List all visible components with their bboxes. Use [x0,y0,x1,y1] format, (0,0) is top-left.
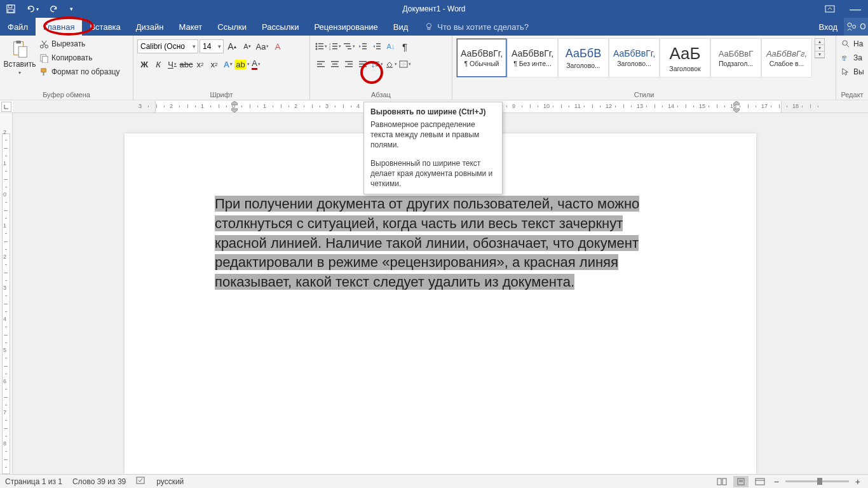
align-left-button[interactable] [314,57,328,71]
clear-formatting-button[interactable]: A [271,39,285,53]
zoom-slider[interactable] [785,480,849,482]
status-language[interactable]: русский [156,477,184,486]
tab-references[interactable]: Ссылки [210,18,254,36]
replace-button[interactable]: abЗа [840,51,864,65]
ribbon-display-button[interactable] [817,1,843,17]
style-item-3[interactable]: АаБбВвГг,Заголово... [609,38,660,78]
ribbon-group-styles: АаБбВвГг,¶ ОбычныйАаБбВвГг,¶ Без инте...… [452,36,836,100]
justify-button[interactable] [356,57,370,71]
sort-button[interactable]: A↓ [384,39,398,53]
minimize-button[interactable]: — [843,1,868,17]
document-text[interactable]: При получении документа от других пользо… [215,194,666,292]
svg-rect-2 [8,10,14,12]
strikethrough-button[interactable]: abc [179,57,193,71]
tab-home[interactable]: Главная [36,18,82,36]
svg-rect-50 [376,62,379,62]
numbering-button[interactable]: 123 [328,39,342,53]
sign-in-link[interactable]: Вход [813,18,844,36]
status-words[interactable]: Слово 39 из 39 [72,477,126,486]
highlight-button[interactable]: ab [235,57,249,71]
subscript-button[interactable]: x2 [193,57,207,71]
status-proofing-icon[interactable] [136,476,146,487]
tab-view[interactable]: Вид [386,18,416,36]
select-button[interactable]: Вы [840,65,865,79]
print-layout-button[interactable] [733,476,749,487]
format-painter-button[interactable]: Формат по образцу [38,65,121,79]
grow-font-button[interactable]: A▴ [225,39,239,53]
tab-layout[interactable]: Макет [171,18,210,36]
copy-icon [39,53,49,63]
tab-insert[interactable]: Вставка [82,18,128,36]
svg-rect-29 [344,43,350,44]
web-layout-button[interactable] [752,476,768,487]
status-page[interactable]: Страница 1 из 1 [5,477,62,486]
show-marks-button[interactable]: ¶ [398,39,412,53]
search-icon [841,39,851,49]
svg-point-17 [315,43,317,45]
increase-indent-button[interactable] [370,39,384,53]
paste-icon [10,39,29,58]
ribbon-tabs: Файл Главная Вставка Дизайн Макет Ссылки… [0,18,868,36]
tab-selector[interactable] [1,102,11,112]
font-color-button[interactable]: A [249,57,263,71]
copy-button[interactable]: Копировать [38,51,121,65]
bullets-button[interactable] [314,39,328,53]
editing-group-label: Редакт [840,90,864,100]
svg-rect-18 [318,43,323,44]
shading-button[interactable] [384,57,398,71]
zoom-in-button[interactable]: + [853,477,863,487]
style-item-0[interactable]: АаБбВвГг,¶ Обычный [456,38,507,78]
text-effects-button[interactable]: A [221,57,235,71]
shrink-font-button[interactable]: A▾ [240,39,254,53]
style-item-4[interactable]: АаБЗаголовок [660,38,710,78]
svg-rect-44 [345,61,353,62]
replace-icon: ab [841,53,851,63]
style-item-5[interactable]: АаБбВвГПодзагол... [710,38,761,78]
cut-button[interactable]: Вырезать [38,37,121,51]
bold-button[interactable]: Ж [137,57,151,71]
lightbulb-icon [424,22,433,31]
italic-button[interactable]: К [151,57,165,71]
redo-button[interactable] [43,1,65,17]
tab-file[interactable]: Файл [0,18,36,36]
vertical-ruler[interactable]: 21012345678 [0,113,13,474]
align-center-button[interactable] [328,57,342,71]
multilevel-list-button[interactable] [342,39,356,53]
style-item-2[interactable]: АаБбВЗаголово... [558,38,609,78]
svg-point-21 [315,48,317,50]
font-size-select[interactable]: 14 [200,39,224,53]
undo-button[interactable]: ▾ [22,1,43,17]
svg-rect-39 [317,64,322,65]
tab-mailings[interactable]: Рассылки [254,18,306,36]
tell-me-search[interactable]: Что вы хотите сделать? [424,18,529,36]
tab-design[interactable]: Дизайн [128,18,172,36]
decrease-indent-button[interactable] [356,39,370,53]
svg-rect-24 [332,43,337,44]
svg-point-11 [40,44,43,48]
change-case-button[interactable]: Aa [255,39,269,53]
borders-button[interactable] [398,57,412,71]
svg-text:3: 3 [329,48,331,50]
share-button[interactable]: О [844,18,868,36]
find-button[interactable]: На [840,37,864,51]
font-name-select[interactable]: Calibri (Осно [137,39,198,53]
zoom-out-button[interactable]: − [771,477,782,487]
underline-button[interactable]: Ч [165,57,179,71]
superscript-button[interactable]: x2 [207,57,221,71]
save-button[interactable] [0,1,22,17]
svg-rect-45 [348,64,353,65]
qat-customize[interactable]: ▾ [65,1,78,17]
line-spacing-button[interactable] [370,57,384,71]
quick-access-toolbar: ▾ ▾ [0,1,78,17]
svg-point-19 [315,46,317,48]
svg-rect-33 [362,46,367,47]
style-item-6[interactable]: АаБбВвГг,Слабое в... [761,38,812,78]
tab-review[interactable]: Рецензирование [306,18,385,36]
svg-rect-52 [376,65,379,66]
svg-rect-46 [345,66,353,67]
styles-more-button[interactable]: ▴▾▾ [815,38,825,58]
read-mode-button[interactable] [714,476,729,487]
paste-button[interactable]: Вставить ▾ [4,37,36,78]
align-right-button[interactable] [342,57,356,71]
style-item-1[interactable]: АаБбВвГг,¶ Без инте... [507,38,558,78]
